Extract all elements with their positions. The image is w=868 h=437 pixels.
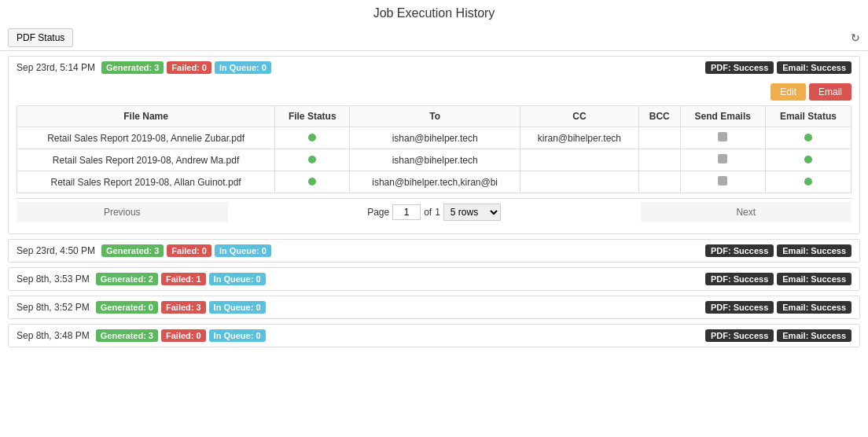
table-row: Retail Sales Report 2019-08, Andrew Ma.p… (17, 149, 851, 171)
cell-sendemail-0 (680, 127, 765, 149)
pagination-prev-button[interactable]: Previous (17, 202, 228, 222)
badge-failed-0: Failed: 0 (167, 61, 211, 74)
cell-filestatus-2 (275, 171, 350, 193)
col-header-6: Email Status (765, 106, 851, 127)
pagination-next-button[interactable]: Next (641, 202, 852, 222)
cell-filestatus-1 (275, 149, 350, 171)
pdf-status-badge-2: PDF: Success (705, 273, 774, 285)
badge-queue-2: In Queue: 0 (209, 273, 266, 285)
col-header-2: To (350, 106, 520, 127)
cell-cc-1 (520, 149, 638, 171)
expanded-content-0: Edit Email File NameFile StatusToCCBCCSe… (9, 79, 859, 233)
page-title: Job Execution History (0, 0, 868, 25)
badge-generated-0: Generated: 3 (101, 61, 164, 74)
page-input[interactable] (392, 204, 421, 220)
badge-failed-3: Failed: 3 (161, 301, 206, 314)
badge-failed-1: Failed: 0 (167, 244, 211, 257)
cell-emailstatus-0 (765, 127, 851, 149)
cell-cc-2 (520, 171, 638, 193)
status-badges-right-0: PDF: Success Email: Success (705, 61, 851, 74)
cell-sendemail-1 (680, 149, 765, 171)
badge-failed-4: Failed: 0 (161, 329, 206, 342)
cell-to-0: ishan@bihelper.tech (350, 127, 520, 149)
badge-generated-4: Generated: 3 (96, 329, 158, 342)
execution-block-3: Sep 8th, 3:52 PM Generated: 0 Failed: 3 … (8, 296, 860, 319)
cell-emailstatus-1 (765, 149, 851, 171)
badge-generated-1: Generated: 3 (101, 244, 164, 257)
email-button[interactable]: Email (809, 83, 851, 101)
cell-filename-0: Retail Sales Report 2019-08, Annelie Zub… (17, 127, 275, 149)
rows-select[interactable]: 5 rows10 rows25 rows (443, 204, 501, 221)
execution-header-1[interactable]: Sep 23rd, 4:50 PM Generated: 3 Failed: 0… (9, 240, 859, 262)
col-header-1: File Status (275, 106, 350, 127)
cell-to-2: ishan@bihelper.tech,kiran@bi (350, 171, 520, 193)
green-dot (308, 178, 316, 185)
execution-block-0: Sep 23rd, 5:14 PM Generated: 3 Failed: 0… (8, 56, 860, 234)
cell-filename-1: Retail Sales Report 2019-08, Andrew Ma.p… (17, 149, 275, 171)
exec-time-4: Sep 8th, 3:48 PM (17, 330, 90, 341)
cell-to-1: ishan@bihelper.tech (350, 149, 520, 171)
col-header-3: CC (520, 106, 638, 127)
data-table-0: File NameFile StatusToCCBCCSend EmailsEm… (17, 105, 851, 193)
checkbox-icon (718, 154, 727, 163)
cell-filename-2: Retail Sales Report 2019-08, Allan Guino… (17, 171, 275, 193)
badge-queue-3: In Queue: 0 (209, 301, 266, 314)
pdf-status-badge-4: PDF: Success (705, 329, 774, 342)
pdf-status-badge-0: PDF: Success (705, 61, 774, 74)
badge-queue-4: In Queue: 0 (209, 329, 266, 342)
execution-header-2[interactable]: Sep 8th, 3:53 PM Generated: 2 Failed: 1 … (9, 268, 859, 290)
status-badges-right-1: PDF: Success Email: Success (705, 244, 851, 257)
refresh-button[interactable]: ↻ (851, 31, 860, 44)
status-badges-right-2: PDF: Success Email: Success (705, 273, 851, 285)
email-status-badge-4: Email: Success (777, 329, 851, 342)
execution-block-1: Sep 23rd, 4:50 PM Generated: 3 Failed: 0… (8, 239, 860, 263)
status-badges-right-4: PDF: Success Email: Success (705, 329, 851, 342)
status-badges-right-3: PDF: Success Email: Success (705, 301, 851, 314)
email-status-badge-0: Email: Success (777, 61, 851, 74)
pdf-status-badge-3: PDF: Success (705, 301, 774, 314)
execution-list: Sep 23rd, 5:14 PM Generated: 3 Failed: 0… (0, 56, 868, 347)
badge-generated-2: Generated: 2 (96, 273, 158, 285)
of-label: of (424, 207, 432, 218)
badge-queue-1: In Queue: 0 (215, 244, 271, 257)
page-label: Page (367, 207, 389, 218)
email-status-badge-2: Email: Success (777, 273, 851, 285)
col-header-5: Send Emails (680, 106, 765, 127)
cell-filestatus-0 (275, 127, 350, 149)
edit-button[interactable]: Edit (771, 83, 806, 101)
exec-time-2: Sep 8th, 3:53 PM (17, 274, 90, 285)
pdf-status-tab[interactable]: PDF Status (8, 28, 73, 47)
exec-time-1: Sep 23rd, 4:50 PM (17, 245, 95, 256)
col-header-4: BCC (638, 106, 680, 127)
green-dot (308, 156, 316, 163)
action-buttons-0: Edit Email (17, 83, 851, 101)
pdf-status-badge-1: PDF: Success (705, 244, 774, 257)
cell-bcc-1 (638, 149, 680, 171)
pagination-row: Previous Page of 1 5 rows10 rows25 rows … (17, 198, 851, 226)
cell-cc-0: kiran@bihelper.tech (520, 127, 638, 149)
cell-sendemail-2 (680, 171, 765, 193)
cell-bcc-2 (638, 171, 680, 193)
execution-block-4: Sep 8th, 3:48 PM Generated: 3 Failed: 0 … (8, 324, 860, 347)
table-row: Retail Sales Report 2019-08, Allan Guino… (17, 171, 851, 193)
execution-header-0[interactable]: Sep 23rd, 5:14 PM Generated: 3 Failed: 0… (9, 57, 859, 79)
pagination-center: Page of 1 5 rows10 rows25 rows (228, 199, 641, 226)
badge-failed-2: Failed: 1 (161, 273, 206, 285)
exec-time-0: Sep 23rd, 5:14 PM (17, 62, 95, 73)
green-dot-email (804, 178, 812, 185)
email-status-badge-1: Email: Success (777, 244, 851, 257)
cell-emailstatus-2 (765, 171, 851, 193)
badge-generated-3: Generated: 0 (96, 301, 158, 314)
cell-bcc-0 (638, 127, 680, 149)
email-status-badge-3: Email: Success (777, 301, 851, 314)
exec-time-3: Sep 8th, 3:52 PM (17, 302, 90, 313)
green-dot-email (804, 156, 812, 163)
execution-header-4[interactable]: Sep 8th, 3:48 PM Generated: 3 Failed: 0 … (9, 325, 859, 347)
green-dot (308, 134, 316, 141)
green-dot-email (804, 134, 812, 141)
col-header-0: File Name (17, 106, 275, 127)
execution-block-2: Sep 8th, 3:53 PM Generated: 2 Failed: 1 … (8, 267, 860, 291)
badge-queue-0: In Queue: 0 (215, 61, 271, 74)
execution-header-3[interactable]: Sep 8th, 3:52 PM Generated: 0 Failed: 3 … (9, 296, 859, 318)
table-row: Retail Sales Report 2019-08, Annelie Zub… (17, 127, 851, 149)
